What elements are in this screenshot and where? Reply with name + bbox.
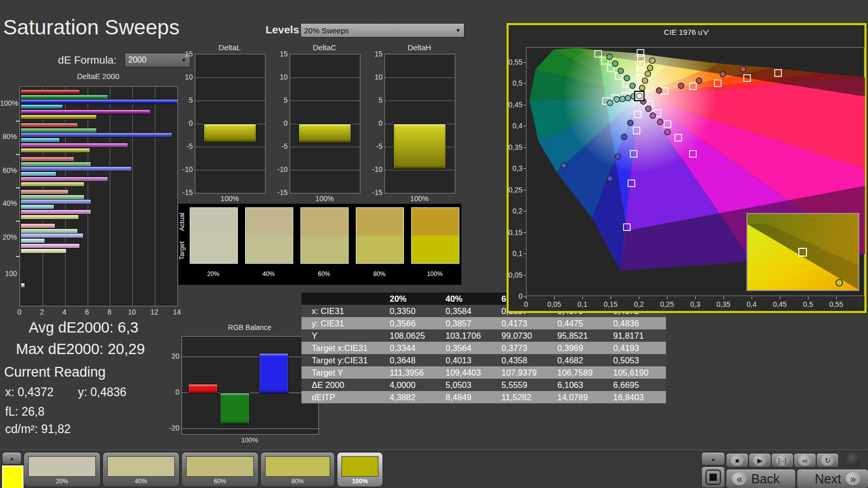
table-cell: 0,4358 [498,354,554,366]
table-cell: 0,4173 [498,317,554,329]
gridline [155,87,155,306]
cie-y-tick: 0,15 [506,228,522,237]
table-header-cell: 20% [387,292,442,305]
gridline [195,147,265,147]
stop-button[interactable]: ■ [726,453,749,467]
deltaC-x-label: 100% [290,194,359,203]
axis-tick [723,297,724,299]
table-cell: 5,0503 [442,379,498,391]
gridline [385,170,455,170]
level-button-100%[interactable]: 100% [337,452,383,487]
pattern-window-chip[interactable] [2,465,24,488]
table-cell: 103,1706 [442,329,498,342]
gridline [385,77,455,78]
level-button-60%[interactable]: 60% [181,452,258,487]
gridline [182,428,318,429]
deltae-category-label: 60% [0,166,17,174]
deltae-bar-red [21,189,69,194]
deltae-chart-title: DeltaE 2000 [19,72,177,81]
cie-measured-marker-yellow [645,71,651,76]
cie-measured-marker-green [607,54,612,60]
axis-tick [780,297,780,299]
table-cell: 0,3566 [387,317,442,329]
axis-tick [523,126,526,126]
level-button-40%[interactable]: 40% [103,452,179,487]
levels-value: 20% Sweeps [304,26,349,35]
deltae-bar-blue [21,132,172,138]
play-button[interactable]: ▶ [749,453,771,467]
level-swatch [186,456,254,477]
gridline [110,87,110,306]
swatch-pair-20% [190,207,238,264]
axis-tick [523,168,526,169]
cie-zoom-inset [746,213,859,291]
target-swatch [301,236,348,263]
cie-measured-marker-blue [607,176,613,182]
next-button[interactable]: Next » [797,469,868,488]
deltae-bar-yellow [21,114,97,120]
swatch-pair-80% [356,207,404,264]
deltae-bar-green [21,162,91,167]
square-stop-icon [705,470,721,485]
axis-tick [554,297,555,299]
deltae-bar-magenta [21,143,128,148]
pattern-source-button[interactable] [701,466,725,488]
level-button-80%[interactable]: 80% [260,452,335,487]
actual-swatch [301,208,348,236]
cie-measured-marker-blue [615,153,621,159]
cie-measured-marker-red [656,88,662,93]
target-swatch [190,236,237,263]
table-cell: 0,3564 [442,342,498,354]
deltae-bar-cyan [21,138,60,143]
row-gutter [301,317,309,329]
axis-tick [523,83,526,84]
deltae-category-label: 40% [0,199,17,207]
deltae-bar-cyan [21,204,54,209]
cie-measured-marker-red [720,71,725,77]
axis-tick [582,297,583,299]
cie-measured-marker-blue [561,163,567,168]
table-cell: 0,5053 [610,354,666,366]
max-de2000: Max dE2000: 20,29 [16,341,145,358]
cie-y-tick: 0,45 [506,101,522,109]
continuous-button[interactable]: ∞ [794,453,816,467]
deltae-category-label: 100% [0,99,17,107]
row-gutter [301,391,309,403]
deltaL-y-tick: 15 [177,50,193,58]
row-label: dEITP [309,391,387,403]
level-button-20%[interactable]: 20% [24,452,100,487]
current-reading-label: Current Reading [4,364,106,380]
deltae-x-tick: 12 [149,308,159,316]
refresh-button[interactable]: ↻ [816,453,839,467]
target-row-label: Target [178,241,186,260]
cie-measured-marker-yellow [642,78,648,84]
table-row: Target x:CIE310,33440,35640,37730,39690,… [301,342,666,354]
cie-measured-marker-magenta [657,119,663,125]
swatch-label: 60% [300,270,348,278]
axis-tick [752,297,752,299]
back-button[interactable]: « Back [726,469,796,488]
gridline [290,77,360,78]
deltae-bar-yellow [21,148,90,153]
cie-title: CIE 1976 u'v' [509,28,864,36]
meter-status-indicator [843,453,864,466]
levels-label: Levels: [266,24,302,36]
frame-button[interactable]: [··] [771,453,794,467]
level-label: 60% [182,478,258,485]
deltaH-chart [385,54,455,193]
levels-dropdown[interactable]: 20% Sweeps ▼ [300,23,465,37]
deltaH-y-tick: 0 [367,119,382,127]
deltae-category-label: 20% [0,233,17,241]
meter-collapse-button[interactable]: ▲ [701,452,725,465]
deltaC-y-tick: -15 [272,188,288,197]
table-cell: 0,3969 [554,342,610,354]
table-cell: 0,4682 [554,354,610,366]
deltaL-y-tick: -10 [177,165,193,173]
deltaH-y-tick: -10 [367,165,382,173]
pattern-collapse-button[interactable]: ▲ [2,452,22,464]
table-cell: 6,1063 [554,379,610,391]
table-cell: 0,4475 [554,317,610,329]
chevron-right-icon: » [845,472,861,485]
cie-y-tick: 0,3 [506,164,522,172]
deltaH-title: DeltaH [385,43,454,52]
